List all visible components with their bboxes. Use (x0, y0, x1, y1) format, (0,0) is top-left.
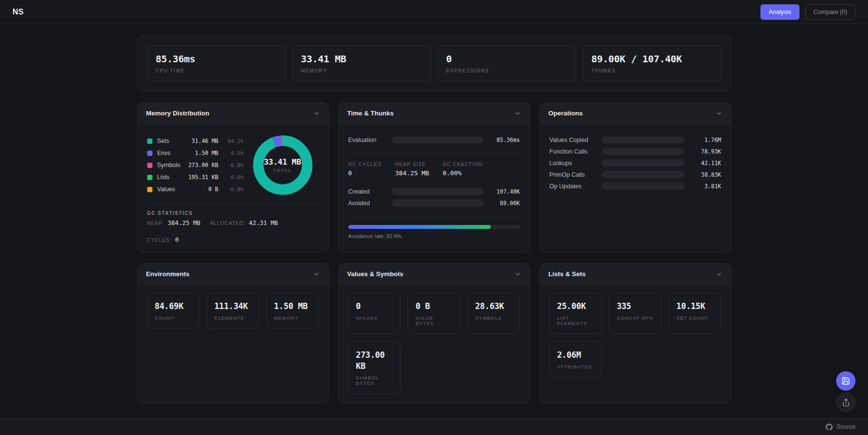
gc-stat-value: 42.31 MB (249, 219, 278, 226)
stat-label: THUNKS (592, 68, 713, 73)
legend-value: 1.50 MB (195, 150, 218, 156)
operations-body: Values Copied 1.76M Function Calls (540, 124, 731, 252)
legend-value: 273.00 KB (188, 162, 218, 168)
operation-bar-row: Op Updates 3.81K (550, 182, 721, 190)
bar-label: Lookups (550, 160, 596, 167)
chevron-down-icon (514, 271, 521, 278)
operation-bar-row: PrimOp Calls 38.83K (550, 171, 721, 178)
mini-stat-label: LIST ELEMENTS (557, 315, 594, 326)
divider (348, 154, 520, 154)
mini-stat-value: 273.00 KB (356, 350, 393, 372)
gc-grid-item: GC FRACTION 0.00% (442, 162, 482, 177)
mini-stat-box: 2.06M ATTRIBUTES (550, 341, 602, 378)
summary-stats: 85.36ms CPU TIME 33.41 MB MEMORY 0 EXPRE… (147, 45, 721, 81)
mini-stat-label: SET COUNT (676, 315, 714, 321)
bar-track (602, 182, 685, 190)
operation-bar-row: Values Copied 1.76M (550, 136, 721, 143)
bar-value: 89.00K (489, 200, 520, 207)
legend-percent: 0.0% (223, 186, 244, 193)
bar-track (392, 199, 483, 207)
gc-grid-item: GC CYCLES 0 (348, 162, 382, 177)
memory-distribution-card: Memory Distribution Sets 31.46 MB (137, 102, 329, 253)
bar-value: 85.36ms (489, 137, 520, 143)
mini-stat-box: 1.50 MB MEMORY (266, 293, 319, 329)
gc-stat-value: 0 (175, 236, 179, 243)
lists-sets-header[interactable]: Lists & Sets (540, 264, 731, 285)
stat-label: CPU TIME (156, 68, 277, 73)
legend-value: 0 B (208, 186, 219, 193)
avoidance-gradient-fill (348, 225, 491, 229)
evaluation-bar-row: Evaluation 85.36ms (348, 136, 520, 143)
save-report-button[interactable] (836, 371, 855, 391)
operations-header[interactable]: Operations (540, 103, 731, 124)
analysis-tab-button[interactable]: Analysis (760, 4, 799, 20)
memory-donut-chart: 33.41 MB TOTAL (247, 132, 319, 198)
values-symbols-header[interactable]: Values & Symbols (339, 264, 530, 285)
legend-name: Symbols (157, 162, 184, 168)
mini-stat-label: SYMBOL BYTES (356, 375, 393, 386)
values-symbols-stats: 0 VALUES 0 B VALUE BYTES 28.63K SYMBOLS (348, 293, 520, 394)
legend-percent: 4.5% (223, 150, 244, 156)
mini-stat-label: SYMBOLS (475, 315, 512, 321)
github-icon (826, 423, 833, 431)
thunk-bar-row: Created 107.40K (348, 188, 520, 195)
values-symbols-body: 0 VALUES 0 B VALUE BYTES 28.63K SYMBOLS (339, 285, 530, 403)
mini-stat-value: 25.00K (557, 301, 594, 312)
thunk-bar-row: Avoided 89.00K (348, 199, 520, 207)
time-thunks-card: Time & Thunks Evaluation 85.36ms (338, 102, 530, 253)
legend-row: Lists 195.31 KB 0.6% (147, 174, 244, 181)
mini-stat-box: 28.63K SYMBOLS (468, 293, 520, 334)
source-link[interactable]: Source (826, 423, 855, 431)
legend-value: 31.46 MB (192, 138, 218, 144)
bar-track (602, 171, 685, 178)
mini-stat-box: 0 B VALUE BYTES (408, 293, 460, 334)
card-title: Lists & Sets (549, 270, 586, 278)
chevron-down-icon (514, 110, 521, 117)
mini-stat-label: COUNT (155, 315, 192, 321)
bar-label: PrimOp Calls (550, 171, 596, 178)
legend-percent: 94.2% (223, 138, 244, 144)
compare-tab-button[interactable]: Compare (0) (805, 4, 855, 20)
source-label: Source (836, 423, 855, 430)
memory-distribution-header[interactable]: Memory Distribution (138, 103, 329, 124)
bar-label: Evaluation (348, 137, 386, 143)
summary-stat-box: 33.41 MB MEMORY (292, 45, 431, 81)
divider (147, 204, 319, 205)
share-upload-icon (842, 398, 850, 407)
divider (348, 217, 520, 217)
mini-stat-value: 0 (356, 301, 393, 312)
mini-stat-label: VALUE BYTES (415, 315, 453, 326)
legend-color-dot (147, 175, 152, 180)
mini-stat-box: 84.69K COUNT (147, 293, 200, 329)
mini-stat-value: 335 (617, 301, 654, 312)
legend-color-dot (147, 139, 152, 144)
bar-label: Function Calls (550, 148, 596, 155)
environments-header[interactable]: Environments (138, 264, 329, 285)
stat-value: 89.00K / 107.40K (592, 53, 713, 65)
gc-stat-label: ALLOCATED: (210, 221, 246, 226)
lists-sets-body: 25.00K LIST ELEMENTS 335 CONCAT OPS 10.1… (540, 285, 731, 403)
cards-grid: Memory Distribution Sets 31.46 MB (137, 102, 731, 417)
lists-sets-card: Lists & Sets 25.00K LIST ELEMENTS 33 (539, 263, 731, 403)
gc-stat-item: HEAP: 384.25 MB (147, 219, 201, 226)
legend-color-dot (147, 151, 152, 156)
legend-row: Envs 1.50 MB 4.5% (147, 150, 244, 156)
legend-value: 195.31 KB (188, 174, 218, 181)
environments-stats: 84.69K COUNT 111.34K ELEMENTS 1.50 MB ME… (147, 293, 319, 329)
legend-color-dot (147, 187, 152, 192)
mini-stat-value: 1.50 MB (274, 301, 311, 312)
bar-value: 3.81K (690, 183, 721, 190)
legend-name: Envs (157, 150, 191, 156)
donut-total-label: TOTAL (264, 168, 301, 173)
environments-body: 84.69K COUNT 111.34K ELEMENTS 1.50 MB ME… (138, 285, 329, 403)
share-button[interactable] (836, 393, 855, 412)
mini-stat-label: ATTRIBUTES (557, 364, 594, 369)
legend-row: Sets 31.46 MB 94.2% (147, 138, 244, 144)
bar-track (602, 136, 685, 143)
time-thunks-header[interactable]: Time & Thunks (339, 103, 530, 124)
gc-stat-value: 384.25 MB (168, 219, 201, 226)
time-thunks-body: Evaluation 85.36ms GC CYCLES 0 (339, 124, 530, 252)
save-floppy-icon (841, 377, 850, 385)
environments-card: Environments 84.69K COUNT 111.34K (137, 263, 329, 403)
top-nav: NS Analysis Compare (0) (0, 0, 868, 24)
